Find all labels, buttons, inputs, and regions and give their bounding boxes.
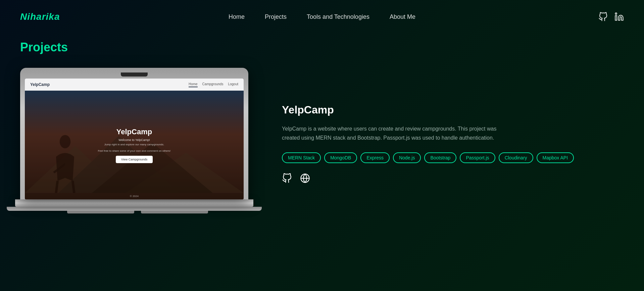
project-links: [282, 173, 624, 184]
laptop-foot-right: [141, 211, 208, 213]
nav-about[interactable]: About Me: [390, 13, 415, 20]
tag-passport: Passport.js: [460, 152, 495, 163]
laptop-foot-left: [67, 211, 134, 213]
laptop-notch: [121, 72, 148, 77]
laptop-bottom-bar: [7, 207, 262, 211]
tag-mongodb: MongoDB: [324, 152, 357, 163]
linkedin-nav-button[interactable]: [614, 12, 624, 21]
project-title: YelpCamp: [282, 104, 624, 116]
screen-hero-subtitle: Welcome to YelpCamp!: [98, 138, 171, 142]
nav-links: Home Projects Tools and Technologies Abo…: [229, 13, 415, 20]
nav-projects[interactable]: Projects: [265, 13, 287, 20]
laptop-mockup: YelpCamp Home Campgrounds Logout: [20, 68, 255, 213]
tag-mern: MERN Stack: [282, 152, 321, 163]
svg-point-1: [615, 13, 617, 14]
site-logo[interactable]: Niharika: [20, 11, 60, 22]
navbar: Niharika Home Projects Tools and Technol…: [0, 0, 644, 34]
svg-point-6: [60, 135, 70, 148]
screen-brand: YelpCamp: [30, 82, 50, 87]
screen-footer: © 2024: [130, 195, 139, 198]
screen-nav-campgrounds: Campgrounds: [202, 82, 224, 87]
project-description: YelpCamp is a website where users can cr…: [282, 124, 510, 142]
screen-hero-desc1: Jump right in and explore our many campg…: [98, 143, 171, 146]
tag-mapbox: Mapbox API: [537, 152, 574, 163]
project-section: YelpCamp Home Campgrounds Logout: [20, 68, 624, 213]
laptop-screen: YelpCamp Home Campgrounds Logout: [25, 79, 244, 199]
github-nav-button[interactable]: [598, 12, 608, 21]
nav-tools[interactable]: Tools and Technologies: [307, 13, 369, 20]
github-icon: [598, 12, 608, 21]
screen-nav-home: Home: [189, 82, 198, 87]
tag-nodejs: Node.js: [393, 152, 421, 163]
project-website-button[interactable]: [300, 173, 310, 184]
tag-express: Express: [360, 152, 390, 163]
screen-hero-desc2: Feel free to share some of your own and …: [98, 149, 171, 152]
project-github-button[interactable]: [282, 173, 292, 184]
person-silhouette: [45, 133, 85, 193]
project-github-icon: [282, 173, 292, 183]
screen-hero-content: YelpCamp Welcome to YelpCamp! Jump right…: [98, 128, 171, 163]
screen-view-btn[interactable]: View Campgrounds: [116, 156, 153, 163]
tag-bootstrap: Bootstrap: [424, 152, 456, 163]
nav-social-icons: [598, 12, 624, 21]
linkedin-icon: [614, 12, 624, 21]
tag-cloudinary: Cloudinary: [499, 152, 533, 163]
screen-nav-logout: Logout: [228, 82, 238, 87]
project-globe-icon: [300, 173, 310, 183]
projects-section-title: Projects: [20, 40, 624, 54]
laptop-outer: YelpCamp Home Campgrounds Logout: [20, 68, 248, 199]
screen-hero: YelpCamp Welcome to YelpCamp! Jump right…: [25, 91, 244, 199]
laptop-base: [15, 199, 253, 207]
main-content: Projects YelpCamp Home Campgrounds Logou…: [0, 34, 644, 227]
nav-home[interactable]: Home: [229, 13, 245, 20]
svg-rect-0: [615, 16, 617, 20]
screen-nav-items: Home Campgrounds Logout: [189, 82, 238, 87]
project-info: YelpCamp YelpCamp is a website where use…: [282, 97, 624, 184]
screen-navbar: YelpCamp Home Campgrounds Logout: [25, 79, 244, 91]
tech-tags: MERN Stack MongoDB Express Node.js Boots…: [282, 152, 624, 163]
screen-hero-title: YelpCamp: [98, 128, 171, 136]
laptop-feet: [20, 211, 255, 213]
